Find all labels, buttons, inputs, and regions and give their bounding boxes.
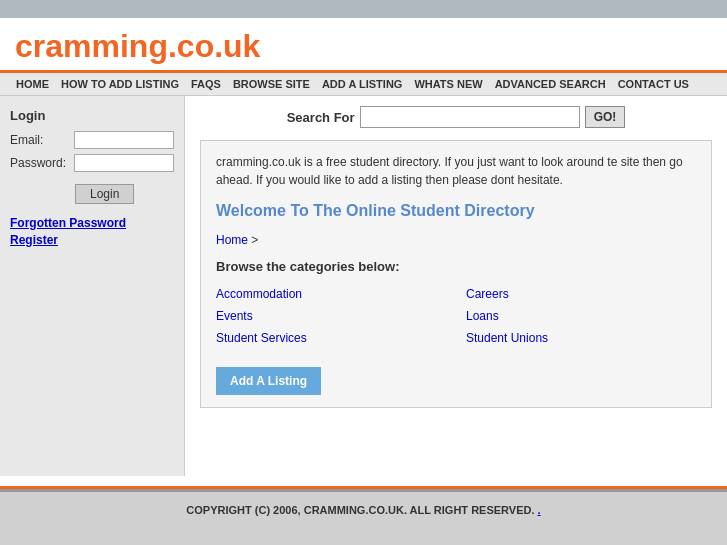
login-button[interactable]: Login xyxy=(75,184,134,204)
search-bar: Search For GO! xyxy=(200,106,712,128)
nav-item-home[interactable]: HOME xyxy=(16,78,49,90)
categories-grid: Accommodation Careers Events Loans Stude… xyxy=(216,285,696,347)
email-input[interactable] xyxy=(74,131,174,149)
footer: COPYRIGHT (C) 2006, CRAMMING.CO.UK. ALL … xyxy=(0,492,727,528)
nav-item-how-to-add[interactable]: HOW TO ADD LISTING xyxy=(61,78,179,90)
intro-text: cramming.co.uk is a free student directo… xyxy=(216,153,696,189)
nav-item-add-listing[interactable]: ADD A LISTING xyxy=(322,78,402,90)
category-student-unions[interactable]: Student Unions xyxy=(466,329,696,347)
nav-item-browse[interactable]: BROWSE SITE xyxy=(233,78,310,90)
breadcrumb-separator: > xyxy=(251,233,258,247)
content-area: Login Email: Password: Login Forgotten P… xyxy=(0,96,727,476)
search-label: Search For xyxy=(287,110,355,125)
category-loans[interactable]: Loans xyxy=(466,307,696,325)
password-input[interactable] xyxy=(74,154,174,172)
forgotten-password-link[interactable]: Forgotten Password xyxy=(10,216,174,230)
add-listing-button[interactable]: Add A Listing xyxy=(216,367,321,395)
password-row: Password: xyxy=(10,154,174,172)
main-content: Search For GO! cramming.co.uk is a free … xyxy=(185,96,727,476)
category-accommodation[interactable]: Accommodation xyxy=(216,285,446,303)
site-logo: cramming.co.uk xyxy=(15,28,260,64)
info-box: cramming.co.uk is a free student directo… xyxy=(200,140,712,408)
browse-title: Browse the categories below: xyxy=(216,257,696,277)
email-row: Email: xyxy=(10,131,174,149)
register-link[interactable]: Register xyxy=(10,233,174,247)
search-input[interactable] xyxy=(360,106,580,128)
logo-area: cramming.co.uk xyxy=(0,18,727,70)
category-events[interactable]: Events xyxy=(216,307,446,325)
breadcrumb: Home > xyxy=(216,231,696,249)
sidebar-links: Forgotten Password Register xyxy=(10,216,174,247)
nav-item-contact[interactable]: CONTACT US xyxy=(618,78,689,90)
nav-bar: HOME HOW TO ADD LISTING FAQS BROWSE SITE… xyxy=(0,73,727,96)
main-container: cramming.co.uk HOME HOW TO ADD LISTING F… xyxy=(0,18,727,528)
nav-item-advanced-search[interactable]: ADVANCED SEARCH xyxy=(495,78,606,90)
category-student-services[interactable]: Student Services xyxy=(216,329,446,347)
category-careers[interactable]: Careers xyxy=(466,285,696,303)
nav-item-whats-new[interactable]: WHATS NEW xyxy=(414,78,482,90)
footer-text: COPYRIGHT (C) 2006, CRAMMING.CO.UK. ALL … xyxy=(186,504,534,516)
sidebar: Login Email: Password: Login Forgotten P… xyxy=(0,96,185,476)
login-title: Login xyxy=(10,108,174,123)
welcome-heading: Welcome To The Online Student Directory xyxy=(216,199,696,223)
password-label: Password: xyxy=(10,156,74,170)
footer-link[interactable]: . xyxy=(538,504,541,516)
top-bar xyxy=(0,0,727,18)
search-button[interactable]: GO! xyxy=(585,106,626,128)
email-label: Email: xyxy=(10,133,74,147)
nav-item-faqs[interactable]: FAQS xyxy=(191,78,221,90)
breadcrumb-home[interactable]: Home xyxy=(216,233,248,247)
